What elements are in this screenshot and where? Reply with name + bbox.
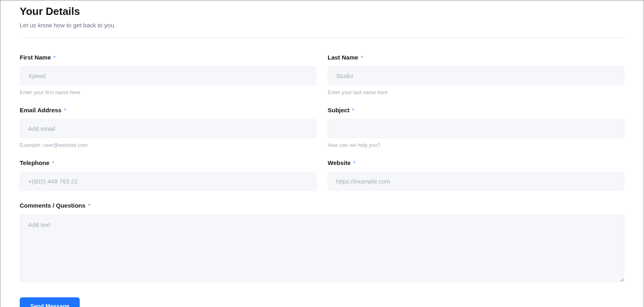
page-title: Your Details (20, 5, 624, 18)
first-name-label: First Name * (20, 54, 316, 61)
required-mark: * (52, 159, 54, 166)
telephone-label: Telephone * (20, 159, 316, 166)
required-mark: * (352, 107, 354, 113)
form-grid: First Name * Enter your first name here … (20, 54, 624, 295)
comments-label-text: Comments / Questions (20, 202, 85, 209)
last-name-label-text: Last Name (328, 54, 358, 61)
required-mark: * (88, 202, 91, 209)
form-header: Your Details Let us know how to get back… (20, 5, 624, 38)
last-name-input[interactable] (328, 66, 624, 85)
subject-label-text: Subject (328, 107, 349, 113)
first-name-label-text: First Name (20, 54, 51, 61)
website-group: Website * (328, 159, 624, 191)
comments-label: Comments / Questions * (20, 202, 624, 209)
subject-input[interactable] (328, 119, 624, 138)
telephone-group: Telephone * (20, 159, 316, 191)
subject-label: Subject * (328, 107, 624, 113)
page-subtitle: Let us know how to get back to you. (20, 22, 624, 29)
email-input[interactable] (20, 119, 316, 138)
email-label-text: Email Address (20, 107, 62, 113)
telephone-input[interactable] (20, 172, 316, 191)
telephone-label-text: Telephone (20, 159, 50, 166)
last-name-group: Last Name * Enter your last name here (328, 54, 624, 95)
required-mark: * (64, 107, 66, 113)
website-label: Website * (328, 159, 624, 166)
email-help: Example: user@website.com (20, 142, 316, 148)
comments-group: Comments / Questions * (20, 202, 624, 284)
first-name-group: First Name * Enter your first name here (20, 54, 316, 95)
website-input[interactable] (328, 172, 624, 191)
subject-group: Subject * How can we help you? (328, 107, 624, 148)
email-label: Email Address * (20, 107, 316, 113)
website-label-text: Website (328, 159, 351, 166)
email-group: Email Address * Example: user@website.co… (20, 107, 316, 148)
send-message-button[interactable]: Send Message (20, 297, 80, 307)
last-name-label: Last Name * (328, 54, 624, 61)
required-mark: * (361, 54, 363, 61)
subject-help: How can we help you? (328, 142, 624, 148)
first-name-input[interactable] (20, 66, 316, 85)
required-mark: * (353, 159, 355, 166)
comments-textarea[interactable] (20, 214, 624, 282)
last-name-help: Enter your last name here (328, 89, 624, 95)
first-name-help: Enter your first name here (20, 89, 316, 95)
required-mark: * (54, 54, 56, 61)
